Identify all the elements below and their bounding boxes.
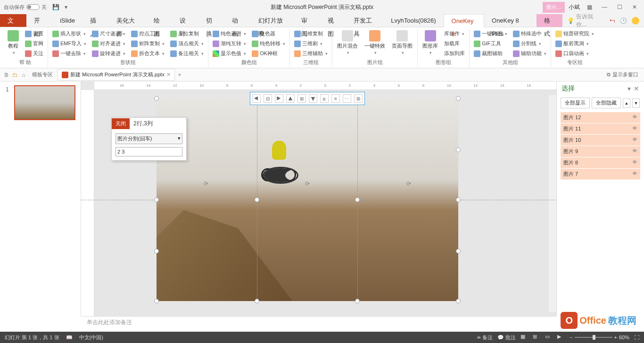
zoom-in-icon[interactable]: +: [614, 335, 617, 340]
handle-b2[interactable]: [355, 299, 360, 303]
tab-animation[interactable]: 动画: [224, 14, 251, 27]
size-inc-button[interactable]: 尺寸递进▾: [91, 29, 127, 38]
backup-rel-button[interactable]: 备注相关▾: [169, 49, 205, 58]
popup-input[interactable]: 2 3: [116, 147, 182, 156]
tab-file[interactable]: 文件: [0, 14, 26, 27]
notes-placeholder[interactable]: 单击此处添加备注: [81, 316, 556, 329]
slideshow-view-icon[interactable]: ▶: [557, 334, 565, 341]
settings-button[interactable]: 设置: [24, 29, 45, 38]
zoom-control[interactable]: − + 60%: [570, 335, 629, 340]
rp-inst-button[interactable]: 锐普研究院▾: [554, 29, 595, 38]
history-icon[interactable]: 🕒: [620, 17, 627, 24]
pane-dropdown-icon[interactable]: ▾: [627, 85, 631, 92]
move-down-icon[interactable]: ▼: [632, 98, 640, 108]
align-inc-button[interactable]: 对齐递进▾: [91, 39, 127, 48]
visibility-icon[interactable]: 👁: [632, 114, 637, 121]
user-name[interactable]: 小斌: [569, 3, 580, 11]
tutorial-button[interactable]: 教程▾: [6, 29, 21, 58]
handle-m2[interactable]: [355, 197, 360, 202]
distribute-h-icon[interactable]: ⫼: [320, 94, 329, 103]
grad-swap-button[interactable]: 渐纯互转▾: [211, 39, 248, 48]
tab-onekey[interactable]: OneKey 8: [444, 14, 484, 27]
close-tab-icon[interactable]: ✕: [166, 72, 171, 78]
handle-bl[interactable]: [154, 299, 159, 303]
distribute-v-icon[interactable]: ≡: [331, 94, 340, 103]
handle-l2[interactable]: [154, 249, 159, 253]
blend-button[interactable]: 图片混合▾: [335, 29, 360, 58]
rotate-inc-button[interactable]: 旋转递进▾: [91, 49, 127, 58]
share-icon[interactable]: ⮢: [610, 17, 615, 24]
close-icon[interactable]: ✕: [629, 1, 640, 13]
reading-view-icon[interactable]: ▭: [545, 334, 553, 341]
tab-design[interactable]: 设计: [172, 14, 198, 27]
context-tab-label[interactable]: 图片...: [543, 2, 565, 13]
origin-copy-button[interactable]: 原位复制: [169, 29, 205, 38]
handle-b1[interactable]: [255, 299, 259, 303]
normal-view-icon[interactable]: ▦: [520, 334, 528, 341]
face-icon[interactable]: [632, 17, 639, 24]
picker-button[interactable]: 取色器: [250, 29, 287, 38]
slide-editor[interactable]: 1614121086420246810121416 ⯇ ⊟ ⯈ ⯅ ⊞ ⯆ ⫼ …: [81, 82, 556, 316]
more-align-icon[interactable]: ⋯: [343, 94, 351, 103]
tell-me-search[interactable]: 💡 告诉我你...: [562, 14, 605, 27]
pure-trans-button[interactable]: 纯色转移▾: [250, 39, 287, 48]
notes-button[interactable]: ≐ 备注: [477, 334, 493, 341]
tab-onekeyplus[interactable]: OneKey 8 Plus: [484, 14, 537, 27]
crop-aux-button[interactable]: 裁图辅助: [472, 49, 509, 58]
popup-select[interactable]: 图片分割(回车) ▾: [116, 133, 182, 144]
fit-window-icon[interactable]: ⛶: [634, 335, 639, 340]
tab-dev[interactable]: 开发工具: [346, 14, 383, 27]
qat-more-icon[interactable]: ▾: [65, 4, 71, 10]
tab-transition[interactable]: 切换: [198, 14, 225, 27]
align-bottom-icon[interactable]: ⯆: [309, 94, 317, 103]
visibility-icon[interactable]: 👁: [632, 137, 637, 144]
align-left-icon[interactable]: ⯇: [252, 94, 261, 103]
ribbon-options-icon[interactable]: ▦: [584, 1, 595, 13]
vertex-rel-button[interactable]: 顶点相关▾: [169, 39, 205, 48]
zoom-out-icon[interactable]: −: [570, 335, 572, 340]
selection-item[interactable]: 图片 11👁: [561, 123, 640, 134]
sorter-view-icon[interactable]: ⊞: [533, 334, 540, 341]
follow-button[interactable]: 关注: [24, 49, 45, 58]
selection-item[interactable]: 图片 7👁: [561, 169, 640, 180]
move-up-icon[interactable]: ▲: [623, 98, 630, 108]
selection-item[interactable]: 图片 12👁: [561, 112, 640, 123]
rotate-icon-1[interactable]: ⟳: [204, 180, 211, 188]
handle-tl[interactable]: [154, 96, 159, 101]
zoom-value[interactable]: 60%: [619, 335, 629, 340]
handle-ml[interactable]: [154, 197, 159, 202]
tab-slideshow[interactable]: 幻灯片放映: [251, 14, 294, 27]
handle-tr[interactable]: [456, 96, 461, 101]
maximize-icon[interactable]: ☐: [614, 1, 625, 13]
handle-m1[interactable]: [255, 197, 259, 202]
handle-mr[interactable]: [456, 197, 461, 202]
tab-draw[interactable]: 绘图: [146, 14, 173, 27]
tab-home[interactable]: 开始: [26, 14, 53, 27]
align-center-h-icon[interactable]: ⊟: [264, 94, 272, 103]
tab-beautify[interactable]: 美化大师: [109, 14, 146, 27]
tab-format[interactable]: 格式: [537, 14, 563, 27]
toggle-icon[interactable]: [26, 4, 40, 10]
minimize-icon[interactable]: —: [599, 1, 610, 13]
vertical-scrollbar[interactable]: [548, 95, 556, 312]
tab-review[interactable]: 审阅: [294, 14, 320, 27]
align-middle-v-icon[interactable]: ⊞: [297, 94, 306, 103]
brush3d-button[interactable]: 三维刷▾: [293, 39, 329, 48]
tab-insert[interactable]: 插入: [83, 14, 109, 27]
autosave-toggle[interactable]: 自动保存 关: [4, 4, 47, 11]
emf-import-button[interactable]: EMF导入▾: [51, 39, 88, 48]
tab-lvyh[interactable]: LvyhTools(0826): [383, 14, 443, 27]
pocket-anim-button[interactable]: 口袋动画▾: [554, 49, 595, 58]
libop-button[interactable]: 库操作▾: [443, 29, 466, 38]
grid-align-icon[interactable]: ⊞: [354, 94, 363, 103]
selection-item[interactable]: 图片 10👁: [561, 135, 640, 146]
save-icon[interactable]: 💾: [52, 4, 59, 10]
show-all-button[interactable]: 全部显示: [561, 98, 590, 108]
one-clear-button[interactable]: 一键去除▾: [51, 49, 88, 58]
show-val-button[interactable]: 显示色值▾: [211, 49, 248, 58]
new-doc-icon[interactable]: 🗎: [3, 71, 10, 79]
home-icon[interactable]: ⌂: [20, 71, 27, 79]
handle-r2[interactable]: [456, 249, 461, 253]
addtolib-button[interactable]: 添加到库: [443, 49, 466, 58]
copy3d-button[interactable]: 三维复制: [293, 29, 329, 38]
